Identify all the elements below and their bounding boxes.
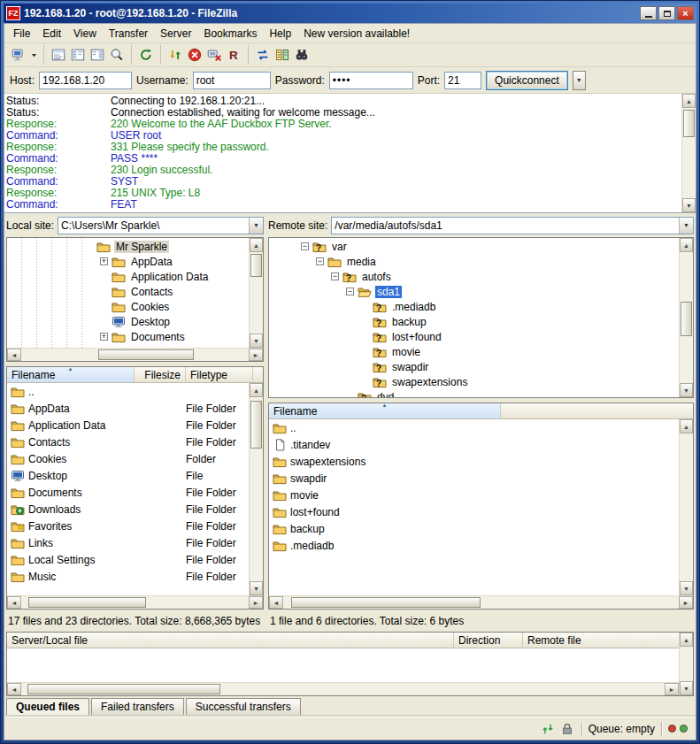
file-row-swapdir[interactable]: swapdir bbox=[269, 470, 679, 487]
tree-item-desktop[interactable]: Desktop bbox=[7, 314, 249, 329]
queue-horizontal-scrollbar[interactable]: ◄ ► bbox=[7, 682, 679, 695]
remote-path-dropdown-icon[interactable]: ▼ bbox=[679, 218, 693, 234]
file-row-favorites[interactable]: FavoritesFile Folder bbox=[7, 518, 249, 534]
scroll-track[interactable] bbox=[21, 596, 249, 609]
menu-item-view[interactable]: View bbox=[67, 25, 103, 42]
quickconnect-dropdown-button[interactable]: ▼ bbox=[573, 71, 586, 90]
scroll-up-arrow[interactable]: ▲ bbox=[250, 238, 263, 252]
scroll-up-arrow[interactable]: ▲ bbox=[680, 238, 693, 252]
file-row-contacts[interactable]: ContactsFile Folder bbox=[7, 433, 249, 450]
collapse-box-icon[interactable]: − bbox=[331, 272, 339, 280]
scroll-left-arrow[interactable]: ◄ bbox=[7, 349, 21, 361]
menu-item-transfer[interactable]: Transfer bbox=[103, 25, 154, 42]
menu-item-file[interactable]: File bbox=[7, 25, 36, 42]
toggle-queue-icon[interactable] bbox=[107, 45, 127, 65]
scroll-up-arrow[interactable]: ▲ bbox=[680, 633, 693, 647]
scroll-right-arrow[interactable]: ► bbox=[665, 683, 679, 695]
tree-item-media[interactable]: −media bbox=[269, 254, 679, 269]
toggle-local-tree-icon[interactable] bbox=[68, 45, 88, 65]
scroll-track[interactable] bbox=[21, 349, 249, 361]
local-tree-horizontal-scrollbar[interactable]: ◄ ► bbox=[7, 348, 263, 361]
local-list-vertical-scrollbar[interactable]: ▲ ▼ bbox=[249, 383, 263, 595]
reconnect-icon[interactable]: R bbox=[224, 45, 243, 65]
scroll-up-arrow[interactable]: ▲ bbox=[682, 94, 696, 108]
scroll-down-arrow[interactable]: ▼ bbox=[250, 581, 263, 595]
local-path[interactable]: C:\Users\Mr Sparkle\ bbox=[58, 218, 249, 234]
file-row-links[interactable]: LinksFile Folder bbox=[7, 534, 249, 551]
remote-tree-vertical-scrollbar[interactable]: ▲ ▼ bbox=[679, 238, 693, 397]
tree-item-cookies[interactable]: Cookies bbox=[7, 299, 249, 314]
local-directory-tree[interactable]: Mr Sparkle+AppDataApplication DataContac… bbox=[7, 238, 249, 348]
scroll-thumb[interactable] bbox=[28, 597, 147, 608]
process-queue-icon[interactable] bbox=[165, 45, 185, 65]
local-tree-vertical-scrollbar[interactable]: ▲ ▼ bbox=[249, 238, 263, 348]
file-row-appdata[interactable]: AppDataFile Folder bbox=[7, 400, 249, 417]
scroll-track[interactable] bbox=[680, 647, 693, 681]
scroll-thumb[interactable] bbox=[291, 597, 481, 608]
tree-item-application-data[interactable]: Application Data bbox=[7, 269, 249, 284]
column-header-filename[interactable]: Filename bbox=[7, 367, 135, 383]
scroll-track[interactable] bbox=[21, 683, 665, 695]
file-row-music[interactable]: MusicFile Folder bbox=[7, 568, 249, 585]
file-row-documents[interactable]: DocumentsFile Folder bbox=[7, 484, 249, 501]
scroll-left-arrow[interactable]: ◄ bbox=[7, 596, 21, 609]
column-header-filename[interactable]: Filename bbox=[269, 403, 501, 419]
message-log-lines[interactable]: Status:Connecting to 192.168.1.20:21...S… bbox=[4, 94, 681, 212]
scroll-track[interactable] bbox=[682, 108, 696, 198]
local-site-combo[interactable]: C:\Users\Mr Sparkle\ ▼ bbox=[58, 217, 264, 234]
site-manager-dropdown-icon[interactable] bbox=[28, 45, 39, 65]
log-vertical-scrollbar[interactable]: ▲ ▼ bbox=[681, 94, 696, 212]
scroll-right-arrow[interactable]: ► bbox=[249, 596, 263, 609]
local-file-list[interactable]: ..AppDataFile FolderApplication DataFile… bbox=[7, 383, 249, 595]
toggle-remote-tree-icon[interactable] bbox=[88, 45, 107, 65]
scroll-thumb[interactable] bbox=[250, 401, 262, 449]
file-row-titandev[interactable]: .titandev bbox=[269, 436, 679, 453]
scroll-left-arrow[interactable]: ◄ bbox=[269, 596, 283, 609]
file-row-downloads[interactable]: DownloadsFile Folder bbox=[7, 501, 249, 518]
file-row-up-dir[interactable]: .. bbox=[269, 419, 679, 436]
column-header-direction[interactable]: Direction bbox=[454, 633, 523, 648]
tab-successful-transfers[interactable]: Successful transfers bbox=[186, 698, 301, 717]
tree-item-mediadb[interactable]: ?.mediadb bbox=[269, 299, 679, 314]
menu-item-help[interactable]: Help bbox=[263, 25, 297, 42]
expand-box-icon[interactable]: + bbox=[100, 333, 108, 341]
column-header-filesize[interactable]: Filesize bbox=[135, 367, 186, 383]
scroll-thumb[interactable] bbox=[27, 684, 220, 694]
tree-item-var[interactable]: −?var bbox=[269, 239, 679, 254]
encryption-icon[interactable] bbox=[559, 721, 575, 737]
remote-list-horizontal-scrollbar[interactable]: ◄ ► bbox=[269, 595, 693, 609]
titlebar[interactable]: FZ 192.168.1.20 - root@192.168.1.20 - Fi… bbox=[4, 4, 696, 23]
local-path-dropdown-icon[interactable]: ▼ bbox=[249, 218, 263, 234]
password-input[interactable] bbox=[329, 72, 413, 89]
scroll-down-arrow[interactable]: ▼ bbox=[680, 383, 693, 397]
remote-directory-tree[interactable]: −?var−media−?autofs−sda1?.mediadb?backup… bbox=[269, 238, 679, 397]
local-list-horizontal-scrollbar[interactable]: ◄ ► bbox=[7, 595, 263, 609]
refresh-icon[interactable] bbox=[136, 45, 156, 65]
scroll-thumb[interactable] bbox=[683, 110, 695, 137]
collapse-box-icon[interactable]: − bbox=[301, 242, 309, 250]
scroll-up-arrow[interactable]: ▲ bbox=[680, 419, 693, 433]
remote-list-vertical-scrollbar[interactable]: ▲ ▼ bbox=[679, 419, 693, 595]
tree-item-contacts[interactable]: Contacts bbox=[7, 284, 249, 299]
tree-item-swapextensions[interactable]: ?swapextensions bbox=[269, 374, 679, 389]
collapse-box-icon[interactable]: − bbox=[316, 257, 324, 265]
close-button[interactable]: × bbox=[677, 6, 694, 20]
find-files-icon[interactable] bbox=[292, 45, 312, 65]
tree-item-swapdir[interactable]: ?swapdir bbox=[269, 359, 679, 374]
queue-body[interactable] bbox=[7, 648, 679, 682]
scroll-track[interactable] bbox=[680, 433, 693, 581]
speed-limits-icon[interactable] bbox=[540, 721, 556, 737]
collapse-box-icon[interactable]: − bbox=[346, 288, 354, 295]
username-input[interactable] bbox=[193, 72, 271, 89]
file-row-cookies[interactable]: CookiesFolder bbox=[7, 450, 249, 467]
tree-item-mr-sparkle[interactable]: Mr Sparkle bbox=[7, 239, 249, 254]
cancel-icon[interactable] bbox=[185, 45, 204, 65]
filezilla-app-icon[interactable]: FZ bbox=[6, 6, 20, 20]
sync-browsing-icon[interactable] bbox=[253, 45, 273, 65]
column-header-server-local-file[interactable]: Server/Local file bbox=[7, 633, 454, 648]
file-row-lost-found[interactable]: lost+found bbox=[269, 503, 679, 520]
tree-item-movie[interactable]: ?movie bbox=[269, 344, 679, 359]
maximize-button[interactable] bbox=[658, 6, 675, 20]
menu-item-new-version-available[interactable]: New version available! bbox=[297, 25, 416, 42]
tree-item-lost-found[interactable]: ?lost+found bbox=[269, 329, 679, 344]
